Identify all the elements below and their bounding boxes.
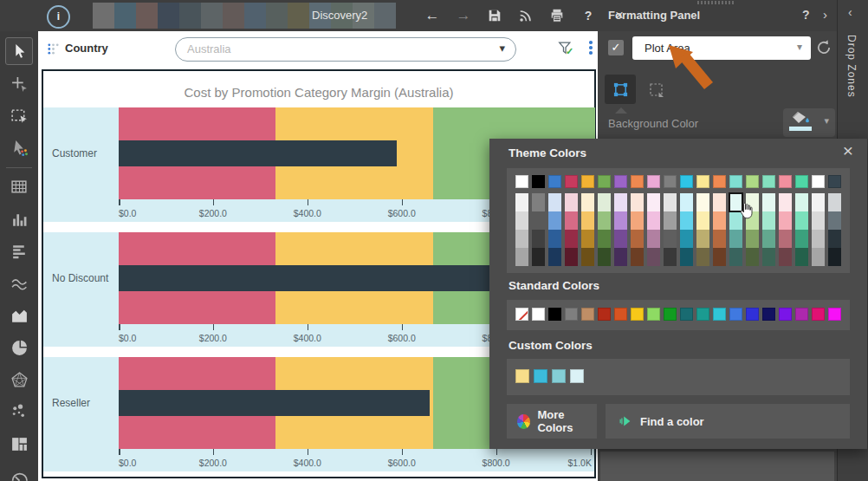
theme-color-swatch-9[interactable] — [647, 175, 660, 188]
theme-tint-swatch[interactable] — [795, 230, 808, 248]
theme-color-swatch-5[interactable] — [581, 175, 594, 188]
theme-tint-swatch[interactable] — [614, 193, 627, 211]
theme-tint-swatch[interactable] — [598, 211, 611, 230]
theme-color-swatch-8[interactable] — [631, 175, 644, 188]
gauge-tool-icon[interactable] — [6, 463, 32, 481]
theme-tint-swatch[interactable] — [614, 211, 627, 230]
treemap-tool-icon[interactable] — [6, 431, 32, 457]
standard-color-swatch-15[interactable] — [746, 308, 759, 321]
theme-tint-swatch[interactable] — [598, 230, 611, 248]
theme-tint-swatch[interactable] — [532, 248, 545, 266]
theme-tint-swatch[interactable] — [532, 230, 545, 248]
element-visibility-checkbox[interactable]: ✓ — [608, 40, 624, 55]
theme-tint-swatch[interactable] — [647, 230, 660, 248]
no-color-swatch[interactable] — [515, 308, 528, 321]
theme-color-swatch-19[interactable] — [812, 175, 825, 188]
theme-tint-swatch[interactable] — [581, 248, 594, 266]
theme-color-swatch-2[interactable] — [532, 175, 545, 188]
scatter-chart-tool-icon[interactable] — [6, 399, 32, 425]
element-selector-dropdown[interactable]: Plot Area ▾ — [632, 36, 811, 60]
theme-tint-swatch[interactable] — [664, 248, 677, 266]
theme-tint-swatch[interactable] — [664, 211, 677, 230]
help-icon[interactable]: ? — [579, 6, 598, 25]
theme-tint-swatch[interactable] — [532, 211, 545, 230]
theme-tint-swatch[interactable] — [548, 230, 561, 248]
theme-tint-swatch[interactable] — [515, 248, 528, 266]
back-icon[interactable]: ← — [423, 6, 442, 25]
theme-tint-swatch[interactable] — [581, 230, 594, 248]
thumbnail-4[interactable] — [158, 3, 179, 29]
radar-chart-tool-icon[interactable] — [6, 367, 32, 393]
theme-tint-swatch[interactable] — [828, 193, 841, 211]
theme-tint-swatch[interactable] — [696, 230, 709, 248]
theme-color-swatch-10[interactable] — [664, 175, 677, 188]
reset-formatting-icon[interactable] — [815, 39, 832, 56]
standard-color-swatch-5[interactable] — [581, 308, 594, 321]
thumbnail-8[interactable] — [244, 3, 266, 29]
standard-color-swatch-3[interactable] — [548, 308, 561, 321]
theme-tint-swatch[interactable] — [548, 248, 561, 266]
theme-tint-swatch[interactable] — [762, 248, 775, 266]
theme-tint-swatch[interactable] — [647, 248, 660, 266]
marquee-select-tool-icon[interactable] — [6, 103, 32, 129]
theme-tint-swatch[interactable] — [565, 193, 578, 211]
data-bar-customer[interactable] — [119, 140, 397, 166]
theme-color-swatch-3[interactable] — [548, 175, 561, 188]
theme-color-swatch-7[interactable] — [614, 175, 627, 188]
theme-tint-swatch[interactable] — [581, 211, 594, 230]
theme-tint-swatch[interactable] — [515, 230, 528, 248]
custom-color-swatch-1[interactable] — [515, 369, 529, 383]
standard-color-swatch-4[interactable] — [565, 308, 578, 321]
theme-tint-swatch[interactable] — [828, 211, 841, 230]
theme-tint-swatch[interactable] — [795, 193, 808, 211]
theme-tint-swatch[interactable] — [515, 211, 528, 230]
collapse-panel-icon[interactable]: › — [823, 7, 827, 22]
theme-tint-swatch[interactable] — [631, 230, 644, 248]
theme-tint-swatch[interactable] — [795, 211, 808, 230]
standard-color-swatch-10[interactable] — [664, 308, 677, 321]
thumbnail-9[interactable] — [266, 3, 288, 29]
theme-tint-swatch[interactable] — [779, 193, 792, 211]
standard-color-swatch-12[interactable] — [696, 308, 709, 321]
info-icon[interactable]: i — [47, 5, 70, 29]
theme-tint-swatch[interactable] — [631, 248, 644, 266]
standard-color-swatch-20[interactable] — [828, 308, 841, 321]
theme-tint-swatch[interactable] — [664, 193, 677, 211]
theme-color-swatch-4[interactable] — [565, 175, 578, 188]
theme-tint-swatch[interactable] — [779, 248, 792, 266]
thumbnail-7[interactable] — [223, 3, 244, 29]
theme-tint-swatch[interactable] — [729, 230, 742, 248]
table-tool-icon[interactable] — [6, 174, 32, 200]
data-bar-no-discount[interactable] — [119, 265, 517, 291]
theme-tint-swatch[interactable] — [696, 193, 709, 211]
theme-tint-swatch[interactable] — [713, 211, 726, 230]
standard-color-swatch-19[interactable] — [812, 308, 825, 321]
theme-tint-swatch-hovered[interactable] — [729, 193, 742, 211]
theme-tint-swatch[interactable] — [598, 248, 611, 266]
theme-tint-swatch[interactable] — [647, 193, 660, 211]
theme-tint-swatch[interactable] — [779, 211, 792, 230]
expand-drop-zones-icon[interactable]: ‹ — [848, 5, 852, 19]
thumbnail-6[interactable] — [201, 3, 223, 29]
theme-color-swatch-13[interactable] — [713, 175, 726, 188]
theme-tint-swatch[interactable] — [647, 211, 660, 230]
multi-select-tool-icon[interactable] — [6, 135, 32, 161]
data-bar-reseller[interactable] — [119, 390, 430, 416]
theme-color-swatch-11[interactable] — [680, 175, 693, 188]
theme-tint-swatch[interactable] — [614, 248, 627, 266]
theme-tint-swatch[interactable] — [614, 230, 627, 248]
pie-chart-tool-icon[interactable] — [6, 335, 32, 361]
theme-tint-swatch[interactable] — [680, 230, 693, 248]
standard-color-swatch-16[interactable] — [762, 308, 775, 321]
thumbnail-5[interactable] — [179, 3, 201, 29]
theme-tint-swatch[interactable] — [762, 211, 775, 230]
theme-tint-swatch[interactable] — [812, 248, 825, 266]
tab-element-layout[interactable] — [646, 80, 667, 101]
pointer-tool-icon[interactable] — [5, 37, 33, 65]
theme-tint-swatch[interactable] — [696, 248, 709, 266]
thumbnail-3[interactable] — [136, 3, 158, 29]
theme-tint-swatch[interactable] — [696, 211, 709, 230]
theme-tint-swatch[interactable] — [828, 230, 841, 248]
theme-tint-swatch[interactable] — [565, 230, 578, 248]
theme-tint-swatch[interactable] — [565, 248, 578, 266]
